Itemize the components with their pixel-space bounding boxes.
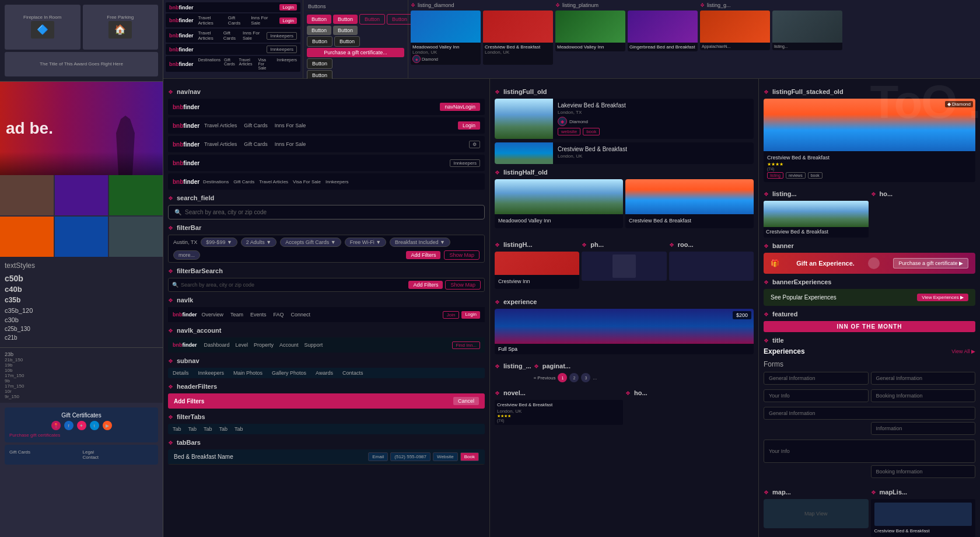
- nav3-innkeepers[interactable]: Innkeepers: [267, 32, 297, 40]
- filter-tab-1[interactable]: Tab: [173, 426, 181, 432]
- stacked-reviews-btn[interactable]: reviews: [786, 172, 806, 179]
- navprofile-link-1[interactable]: Travel Articles: [204, 123, 237, 128]
- listingfull-card-2[interactable]: Crestview Bed & Breakfast London, UK: [495, 142, 754, 164]
- filter-pill-breakfast[interactable]: Breakfast Included ▼: [390, 238, 450, 247]
- navprofile-link-3[interactable]: Inns For Sale: [275, 123, 306, 128]
- navlk-link-events[interactable]: Events: [250, 312, 267, 318]
- add-filters-btn[interactable]: Add Filters: [406, 251, 440, 259]
- banner-cta-btn[interactable]: Purchase a gift certificate ▶: [893, 258, 968, 268]
- navlk-account-property[interactable]: Property: [254, 342, 274, 348]
- filter-pill-gifts[interactable]: Accepts Gift Cards ▼: [280, 238, 341, 247]
- nav5-link-5[interactable]: Innkeepers: [276, 58, 297, 70]
- stacked-book-btn[interactable]: book: [808, 172, 822, 179]
- filter-pill-price[interactable]: $99-$99 ▼: [201, 238, 237, 247]
- view-all-link[interactable]: View All ▶: [951, 348, 975, 354]
- listingfull-stacked-card[interactable]: ◆ Diamond Crestview Bed & Breakfast ★★★★…: [764, 99, 975, 182]
- tab-bar-website-btn[interactable]: Website: [433, 452, 458, 461]
- navlk-link-connect[interactable]: Connect: [291, 312, 311, 318]
- navlk-link-overview[interactable]: Overview: [202, 312, 224, 318]
- form-input-4[interactable]: [871, 389, 976, 402]
- form-input-1[interactable]: [764, 372, 869, 385]
- nav2-link-2[interactable]: Gift Cards: [228, 15, 246, 26]
- btn-red-lg[interactable]: Purchase a gift certificate...: [307, 48, 404, 57]
- navtrav-innkeepers[interactable]: Innkeepers: [450, 159, 480, 167]
- gc-link-1[interactable]: Purchase gift certificates: [9, 433, 80, 438]
- nav5-link-2[interactable]: Gift Cards: [224, 58, 235, 70]
- form-input-full-2[interactable]: [764, 440, 975, 463]
- filter-pill-more[interactable]: more...: [173, 250, 200, 260]
- nav3-link-1[interactable]: Travel Articles: [198, 30, 219, 41]
- diamond-card-2[interactable]: Crestview Bed & Breakfast London, UK: [483, 11, 553, 65]
- stacked-listing-btn[interactable]: listing: [767, 172, 783, 179]
- navlogin-btn[interactable]: navNavLogin: [440, 103, 480, 111]
- search-field-preview[interactable]: 🔍 Search by area, city or zip code: [168, 205, 485, 219]
- experience-card[interactable]: $200 Full Spa: [495, 309, 754, 354]
- navfull-link-1[interactable]: Destinations: [203, 179, 229, 184]
- listing-h-card[interactable]: Crestview Inn: [495, 252, 579, 289]
- diamond-card-1[interactable]: Meadowood Valley Inn London, UK ◆ Diamon…: [411, 11, 481, 65]
- form-input-6[interactable]: [871, 465, 976, 478]
- platinum-card-1[interactable]: Meadowood Valley Inn: [555, 11, 625, 51]
- tab-bar-email-btn[interactable]: Email: [368, 452, 388, 461]
- listing-sm-card[interactable]: Crestview Bed & Breakfast: [764, 201, 869, 238]
- btn-dark-3[interactable]: Button: [307, 58, 332, 69]
- nav5-link-1[interactable]: Destinations: [198, 58, 221, 70]
- btn-gray-1[interactable]: Button: [307, 26, 331, 35]
- nav5-link-4[interactable]: Visa For Sale: [258, 58, 273, 70]
- nav5-link-3[interactable]: Travel Articles: [239, 58, 255, 70]
- nav4-innkeepers[interactable]: Innkeepers: [267, 46, 297, 53]
- form-input-2[interactable]: [871, 372, 976, 385]
- filter-tab-3[interactable]: Tab: [204, 426, 212, 432]
- navlk-join-btn[interactable]: Join: [443, 311, 460, 319]
- nav2-login[interactable]: Login: [279, 18, 297, 24]
- tab-bar-phone-btn[interactable]: (512) 555-0987: [390, 452, 430, 461]
- filter-tab-2[interactable]: Tab: [188, 426, 197, 432]
- navprofile-link-2[interactable]: Gift Cards: [244, 123, 268, 128]
- navlk-account-level[interactable]: Level: [236, 342, 249, 348]
- subnav-link-details[interactable]: Details: [173, 370, 189, 376]
- listingfull-1-website[interactable]: website: [558, 128, 580, 135]
- navfull-link-2[interactable]: Gift Cards: [233, 179, 254, 184]
- navprofile-login-btn[interactable]: Login: [458, 121, 480, 130]
- navlk-account-support[interactable]: Support: [304, 342, 323, 348]
- g-card-2[interactable]: listing...: [772, 11, 842, 50]
- show-map-btn[interactable]: Show Map: [444, 250, 480, 260]
- half-card-1[interactable]: Meadowood Valley Inn: [495, 179, 623, 228]
- navlk-account-find[interactable]: Find Inn...: [452, 341, 480, 349]
- page-1[interactable]: 1: [558, 373, 567, 382]
- navfull-link-5[interactable]: Innkeepers: [326, 179, 349, 184]
- filterbarsearch-map[interactable]: Show Map: [445, 280, 481, 290]
- half-card-2[interactable]: Crestview Bed & Breakfast: [625, 179, 754, 228]
- navlk-link-team[interactable]: Team: [230, 312, 243, 318]
- platinum-card-2[interactable]: Gingerbread Bed and Breakfast: [628, 11, 698, 51]
- navtravold-filter-icon[interactable]: ⚙: [469, 141, 480, 148]
- navfull-link-3[interactable]: Travel Articles: [259, 179, 288, 184]
- navlk-link-faq[interactable]: FAQ: [274, 312, 284, 318]
- btn-gray-2[interactable]: Button: [333, 26, 358, 35]
- filterbarsearch-placeholder[interactable]: Search by area, city or zip code: [181, 282, 406, 288]
- page-3[interactable]: 3: [581, 373, 590, 382]
- listingfull-1-book[interactable]: book: [583, 128, 600, 135]
- form-input-3[interactable]: [764, 389, 869, 402]
- tab-bar-book-btn[interactable]: Book: [460, 452, 479, 461]
- navtravold-link-3[interactable]: Inns For Sale: [275, 141, 306, 147]
- page-prev[interactable]: « Previous: [534, 375, 556, 381]
- page-2[interactable]: 2: [569, 373, 579, 382]
- btn-dark-2[interactable]: Button: [334, 36, 360, 47]
- btn-red-2[interactable]: Button: [333, 15, 358, 24]
- navtravold-link-1[interactable]: Travel Articles: [204, 141, 237, 147]
- navlk-login-btn[interactable]: Login: [461, 311, 480, 319]
- form-input-full-1[interactable]: [764, 407, 975, 420]
- subnav-link-gallery[interactable]: Gallery Photos: [272, 370, 306, 376]
- subnav-link-contacts[interactable]: Contacts: [342, 370, 363, 376]
- filter-pill-wifi[interactable]: Free Wi-Fi ▼: [345, 238, 386, 247]
- g-card-1[interactable]: AppalachianN...: [700, 11, 770, 50]
- listingfull-card-1[interactable]: Lakeview Bed & Breakfast London, TX ◆ Di…: [495, 99, 754, 139]
- nav3-link-2[interactable]: Gift Cards: [223, 30, 238, 41]
- nav3-link-3[interactable]: Inns For Sale: [243, 30, 262, 41]
- subnav-link-mainphotos[interactable]: Main Photos: [233, 370, 262, 376]
- form-input-5[interactable]: [871, 422, 976, 435]
- filterbarsearch-add[interactable]: Add Filters: [408, 281, 443, 289]
- subnav-link-innkeepers[interactable]: Innkeepers: [198, 370, 225, 376]
- filter-pill-adults[interactable]: 2 Adults ▼: [241, 238, 276, 247]
